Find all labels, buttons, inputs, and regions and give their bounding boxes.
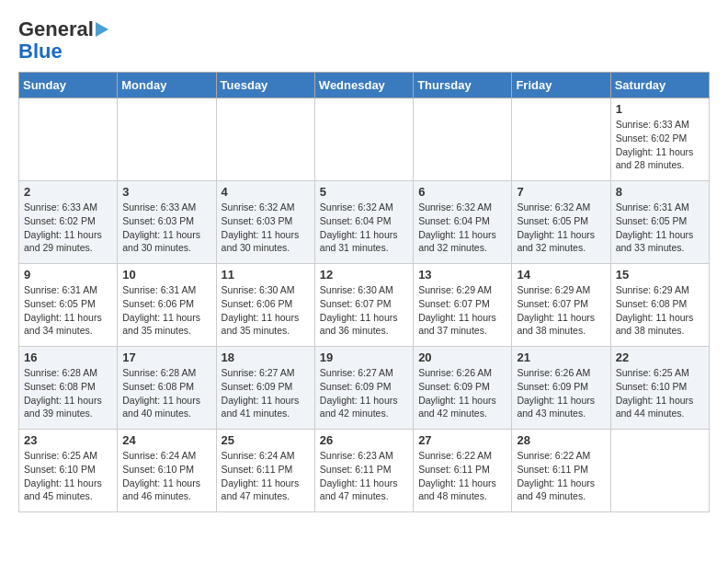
column-header-wednesday: Wednesday [314,73,413,98]
day-info: Sunrise: 6:32 AM Sunset: 6:04 PM Dayligh… [320,201,408,255]
page-header: General Blue [18,18,710,63]
column-header-thursday: Thursday [414,73,512,98]
calendar-cell: 5Sunrise: 6:32 AM Sunset: 6:04 PM Daylig… [314,181,413,264]
calendar-week-row: 16Sunrise: 6:28 AM Sunset: 6:08 PM Dayli… [19,347,710,430]
day-info: Sunrise: 6:33 AM Sunset: 6:02 PM Dayligh… [616,118,704,172]
day-number: 27 [418,433,506,447]
logo: General Blue [18,18,108,63]
day-number: 23 [24,433,112,447]
calendar-cell: 15Sunrise: 6:29 AM Sunset: 6:08 PM Dayli… [610,264,709,347]
calendar-cell: 20Sunrise: 6:26 AM Sunset: 6:09 PM Dayli… [414,347,512,430]
day-info: Sunrise: 6:25 AM Sunset: 6:10 PM Dayligh… [616,366,704,420]
calendar-week-row: 23Sunrise: 6:25 AM Sunset: 6:10 PM Dayli… [19,430,710,512]
calendar-cell [414,98,512,181]
day-info: Sunrise: 6:29 AM Sunset: 6:07 PM Dayligh… [418,283,506,338]
day-info: Sunrise: 6:29 AM Sunset: 6:07 PM Dayligh… [517,283,605,338]
logo-general: General [18,18,94,40]
day-info: Sunrise: 6:28 AM Sunset: 6:08 PM Dayligh… [122,366,210,420]
calendar-cell: 25Sunrise: 6:24 AM Sunset: 6:11 PM Dayli… [216,430,314,512]
day-number: 22 [616,350,704,364]
calendar-cell [512,98,610,181]
calendar-cell: 28Sunrise: 6:22 AM Sunset: 6:11 PM Dayli… [512,430,610,512]
day-info: Sunrise: 6:24 AM Sunset: 6:10 PM Dayligh… [122,449,210,503]
calendar-cell: 22Sunrise: 6:25 AM Sunset: 6:10 PM Dayli… [610,347,709,430]
column-header-saturday: Saturday [610,73,709,98]
day-info: Sunrise: 6:28 AM Sunset: 6:08 PM Dayligh… [24,366,112,420]
day-number: 12 [320,268,408,282]
day-info: Sunrise: 6:32 AM Sunset: 6:04 PM Dayligh… [418,201,506,255]
day-info: Sunrise: 6:25 AM Sunset: 6:10 PM Dayligh… [24,449,112,503]
calendar-cell [216,98,314,181]
day-info: Sunrise: 6:32 AM Sunset: 6:05 PM Dayligh… [517,201,605,255]
day-number: 16 [24,350,112,364]
day-number: 6 [418,185,506,199]
day-info: Sunrise: 6:29 AM Sunset: 6:08 PM Dayligh… [616,283,704,338]
calendar-cell [314,98,413,181]
day-number: 1 [616,102,704,116]
calendar-cell: 16Sunrise: 6:28 AM Sunset: 6:08 PM Dayli… [19,347,118,430]
calendar-cell [610,430,709,512]
day-number: 9 [24,268,112,282]
calendar-cell: 14Sunrise: 6:29 AM Sunset: 6:07 PM Dayli… [512,264,610,347]
day-info: Sunrise: 6:31 AM Sunset: 6:06 PM Dayligh… [122,283,210,338]
day-info: Sunrise: 6:23 AM Sunset: 6:11 PM Dayligh… [320,449,408,503]
day-info: Sunrise: 6:26 AM Sunset: 6:09 PM Dayligh… [418,366,506,420]
day-info: Sunrise: 6:31 AM Sunset: 6:05 PM Dayligh… [616,201,704,255]
calendar-cell: 6Sunrise: 6:32 AM Sunset: 6:04 PM Daylig… [414,181,512,264]
calendar-cell: 23Sunrise: 6:25 AM Sunset: 6:10 PM Dayli… [19,430,118,512]
calendar-cell: 21Sunrise: 6:26 AM Sunset: 6:09 PM Dayli… [512,347,610,430]
column-header-tuesday: Tuesday [216,73,314,98]
day-number: 10 [122,268,210,282]
calendar-cell [118,98,216,181]
day-number: 25 [222,433,310,447]
column-header-sunday: Sunday [19,73,118,98]
calendar-cell [19,98,118,181]
day-number: 28 [517,433,605,447]
calendar-cell: 12Sunrise: 6:30 AM Sunset: 6:07 PM Dayli… [314,264,413,347]
day-info: Sunrise: 6:30 AM Sunset: 6:06 PM Dayligh… [222,283,310,338]
calendar-cell: 18Sunrise: 6:27 AM Sunset: 6:09 PM Dayli… [216,347,314,430]
day-number: 26 [320,433,408,447]
calendar-cell: 2Sunrise: 6:33 AM Sunset: 6:02 PM Daylig… [19,181,118,264]
day-info: Sunrise: 6:24 AM Sunset: 6:11 PM Dayligh… [222,449,310,503]
column-header-monday: Monday [118,73,216,98]
day-number: 17 [122,350,210,364]
day-number: 13 [418,268,506,282]
calendar-header-row: SundayMondayTuesdayWednesdayThursdayFrid… [19,73,710,98]
day-number: 19 [320,350,408,364]
logo-blue: Blue [18,40,63,63]
day-number: 4 [222,185,310,199]
day-number: 3 [122,185,210,199]
day-info: Sunrise: 6:27 AM Sunset: 6:09 PM Dayligh… [222,366,310,420]
day-number: 11 [222,268,310,282]
calendar-week-row: 2Sunrise: 6:33 AM Sunset: 6:02 PM Daylig… [19,181,710,264]
day-number: 24 [122,433,210,447]
calendar-cell: 26Sunrise: 6:23 AM Sunset: 6:11 PM Dayli… [314,430,413,512]
calendar-cell: 13Sunrise: 6:29 AM Sunset: 6:07 PM Dayli… [414,264,512,347]
day-info: Sunrise: 6:33 AM Sunset: 6:03 PM Dayligh… [122,201,210,255]
day-info: Sunrise: 6:26 AM Sunset: 6:09 PM Dayligh… [517,366,605,420]
day-info: Sunrise: 6:22 AM Sunset: 6:11 PM Dayligh… [517,449,605,503]
day-info: Sunrise: 6:32 AM Sunset: 6:03 PM Dayligh… [222,201,310,255]
calendar-cell: 17Sunrise: 6:28 AM Sunset: 6:08 PM Dayli… [118,347,216,430]
calendar-cell: 1Sunrise: 6:33 AM Sunset: 6:02 PM Daylig… [610,98,709,181]
calendar-cell: 24Sunrise: 6:24 AM Sunset: 6:10 PM Dayli… [118,430,216,512]
calendar-cell: 27Sunrise: 6:22 AM Sunset: 6:11 PM Dayli… [414,430,512,512]
calendar-cell: 7Sunrise: 6:32 AM Sunset: 6:05 PM Daylig… [512,181,610,264]
calendar-cell: 9Sunrise: 6:31 AM Sunset: 6:05 PM Daylig… [19,264,118,347]
day-number: 20 [418,350,506,364]
day-info: Sunrise: 6:31 AM Sunset: 6:05 PM Dayligh… [24,283,112,338]
calendar-cell: 4Sunrise: 6:32 AM Sunset: 6:03 PM Daylig… [216,181,314,264]
calendar-cell: 3Sunrise: 6:33 AM Sunset: 6:03 PM Daylig… [118,181,216,264]
day-number: 14 [517,268,605,282]
calendar-cell: 11Sunrise: 6:30 AM Sunset: 6:06 PM Dayli… [216,264,314,347]
logo-arrow-icon [96,22,108,37]
day-number: 15 [616,268,704,282]
day-number: 7 [517,185,605,199]
day-number: 18 [222,350,310,364]
calendar-cell: 10Sunrise: 6:31 AM Sunset: 6:06 PM Dayli… [118,264,216,347]
calendar-body: 1Sunrise: 6:33 AM Sunset: 6:02 PM Daylig… [19,98,710,512]
day-info: Sunrise: 6:27 AM Sunset: 6:09 PM Dayligh… [320,366,408,420]
day-info: Sunrise: 6:33 AM Sunset: 6:02 PM Dayligh… [24,201,112,255]
day-number: 2 [24,185,112,199]
